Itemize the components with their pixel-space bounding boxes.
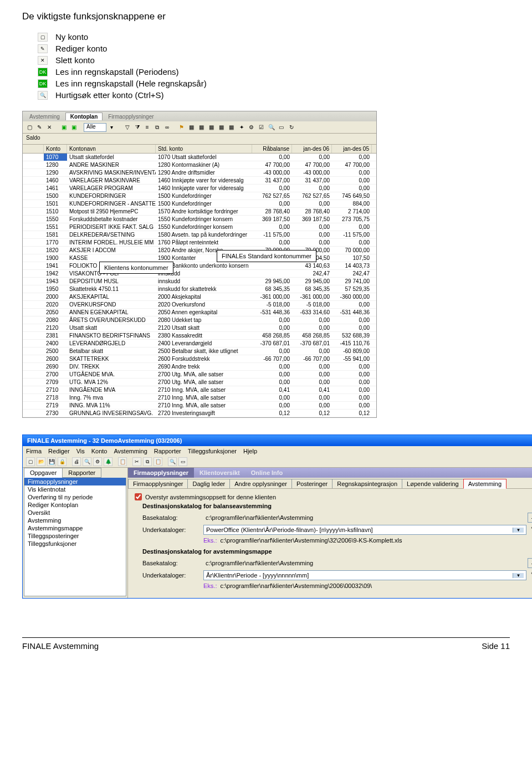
tb-col4-icon[interactable]: ▦ [217, 123, 226, 132]
col-check[interactable] [23, 145, 44, 153]
table-row[interactable]: 1290AVSKRIVING MASKINER/INVENTAR1290 And… [23, 169, 376, 177]
tab-avstemming[interactable]: Avstemming [25, 113, 64, 120]
subtab-validering[interactable]: Løpende validering [402, 479, 464, 488]
table-row[interactable]: 2400LEVERANDØRGJELD2400 Leverandørgjeld-… [23, 340, 376, 347]
side-item-avstemming[interactable]: Avstemming [24, 517, 126, 524]
table-row[interactable]: 1461VARELAGER PROGRAM1460 Innkjøpte vare… [23, 185, 376, 192]
tb-window-icon[interactable]: ▭ [277, 123, 286, 132]
table-row[interactable]: 1941FOLIOKTO SPAREBANK 1/ADCOM1565 Bankk… [23, 262, 376, 270]
tb-copy-icon[interactable]: ⧉ [143, 457, 152, 466]
col-jan05[interactable]: jan-des 05 [332, 145, 372, 153]
tb-link-icon[interactable]: ∞ [163, 123, 172, 132]
subtab-firma[interactable]: Firmaopplysninger [128, 479, 188, 488]
table-row[interactable]: 1500KUNDEFORDRINGER1500 Kundefordringer7… [23, 192, 376, 200]
table-row[interactable]: 2730GRUNNLAG INVESERINGSAVG.2720 Investe… [23, 410, 376, 417]
table-row[interactable]: 2000AKSJEKAPITAL2000 Aksjekapital-361 00… [23, 293, 376, 301]
side-item-overforing[interactable]: Overføring til ny periode [24, 493, 126, 501]
edit-icon[interactable]: ✎ [528, 525, 532, 535]
tb-flag-icon[interactable]: ⚑ [177, 123, 186, 132]
browse-button[interactable]: ... [528, 513, 532, 523]
menu-konto[interactable]: Konto [91, 448, 108, 454]
overstyr-checkbox[interactable] [135, 493, 142, 500]
subtab-posteringer[interactable]: Posteringer [291, 479, 332, 488]
tab-firmaopplysninger[interactable]: Firmaopplysninger [104, 113, 158, 120]
col-jan06[interactable]: jan-des 06 [292, 145, 332, 153]
side-item-rediger-kontoplan[interactable]: Rediger Kontoplan [24, 501, 126, 509]
table-row[interactable]: 1950Skattetrekk 4750.11innskudd for skat… [23, 285, 376, 293]
table-row[interactable]: 1501KUNDEFORDRINGER - ANSATTE1500 Kundef… [23, 200, 376, 208]
tb-refresh-icon[interactable]: ↻ [287, 123, 296, 132]
side-tab-rapporter[interactable]: Rapporter [62, 468, 101, 478]
filter-select[interactable]: Alle [84, 123, 106, 132]
browse-button[interactable]: ... [528, 558, 532, 568]
menu-vis[interactable]: Vis [76, 448, 85, 454]
subtab-avstemming[interactable]: Avstemming [463, 479, 507, 489]
menu-avstemming[interactable]: Avstemming [114, 448, 147, 454]
tb-save-icon[interactable]: 💾 [47, 457, 56, 466]
table-row[interactable]: 2080ÅRETS OVER/UNDERSKUDD2080 Udekket ta… [23, 316, 376, 324]
table-row[interactable]: 1510Motpost til 2950 HjemmePC1570 Andre … [23, 208, 376, 216]
table-row[interactable]: 2600SKATTETREKK2600 Forskuddstrekk-66 70… [23, 355, 376, 363]
subtab-regnskap[interactable]: Regnskapsintegrasjon [332, 479, 402, 488]
tb-col2-icon[interactable]: ▦ [197, 123, 206, 132]
menu-rapporter[interactable]: Rapporter [154, 448, 181, 454]
table-row[interactable]: 2120Utsatt skatt2120 Utsatt skatt0,000,0… [23, 324, 376, 332]
menu-hjelp[interactable]: Hjelp [243, 448, 257, 454]
table-row[interactable]: 1280ANDRE MASKINER1280 Kontormaskiner (A… [23, 161, 376, 169]
table-row[interactable]: 1943DEPOSITUM HUSLinnskudd29 945,0029 94… [23, 278, 376, 285]
tb-edit-icon[interactable]: ✎ [35, 123, 44, 132]
tb-copy-icon[interactable]: ⧉ [153, 123, 162, 132]
table-row[interactable]: 1900KASSE1900 Kontanter404,50107,50 [23, 254, 376, 262]
tb-find-icon[interactable]: 🔍 [267, 123, 276, 132]
table-row[interactable]: 1070Utsatt skattefordel1070 Utsatt skatt… [23, 154, 376, 161]
tb-new-icon[interactable]: ▢ [26, 457, 35, 466]
chevron-down-icon[interactable]: ▼ [513, 573, 524, 578]
side-item-klientnotat[interactable]: Vis klientnotat [24, 485, 126, 493]
side-item-firmaopplysninger[interactable]: Firmaopplysninger [24, 478, 126, 485]
col-rabalanse[interactable]: Råbalanse [252, 145, 292, 153]
tb-tree-icon[interactable]: 🌲 [104, 457, 112, 466]
underkat1-select[interactable]: PowerOffice (Klientnr\År\Periode-filnavn… [203, 525, 526, 535]
tb-open-icon[interactable]: 📂 [37, 457, 45, 466]
tb-col3-icon[interactable]: ▦ [207, 123, 216, 132]
tb-preview-icon[interactable]: 🔍 [83, 457, 91, 466]
chevron-down-icon[interactable]: ▾ [108, 123, 116, 132]
tb-dk12-icon[interactable]: ▣ [69, 123, 78, 132]
tb-paste-icon[interactable]: 📋 [154, 457, 162, 466]
edit-icon[interactable]: ✎ [528, 570, 532, 580]
table-row[interactable]: 2381FINANSKTO BEDRIFTSFINANS2380 Kassakr… [23, 332, 376, 340]
subtab-andre[interactable]: Andre opplysninger [229, 479, 292, 488]
side-tab-oppgaver[interactable]: Oppgaver [24, 468, 63, 478]
tb-print-icon[interactable]: 🖨 [72, 457, 81, 466]
menu-rediger[interactable]: Rediger [48, 448, 70, 454]
table-row[interactable]: 2709UTG. MVA 12%2700 Utg. MVA, alle sats… [23, 379, 376, 386]
table-row[interactable]: 2020OVERKURSFOND2020 Overkursfond-5 018,… [23, 301, 376, 309]
side-item-oversikt[interactable]: Oversikt [24, 509, 126, 517]
col-konto[interactable]: Konto [44, 145, 67, 153]
side-item-mappe[interactable]: Avstemmingsmappe [24, 524, 126, 532]
tb-lock-icon[interactable]: 🔒 [58, 457, 66, 466]
subtab-daglig[interactable]: Daglig leder [187, 479, 230, 488]
table-row[interactable]: 1820AKSJER I ADCOM1820 Andre aksjer, Nor… [23, 247, 376, 254]
tb-check-icon[interactable]: ☑ [257, 123, 266, 132]
table-row[interactable]: 2500Betalbar skatt2500 Betalbar skatt, i… [23, 347, 376, 355]
tb-setup-icon[interactable]: ⚙ [93, 457, 102, 466]
table-row[interactable]: 2050ANNEN EGENKAPITAL2050 Annen egenkapi… [23, 309, 376, 316]
underkat2-select[interactable]: År\Klientnr\Periode - [yyyy\nnnnn\mm] ▼ [203, 570, 526, 580]
tb-gear-icon[interactable]: ⚙ [247, 123, 256, 132]
table-row[interactable]: 2719INNG. MVA 11%2710 Inng. MVA, alle sa… [23, 402, 376, 410]
tb-dk-icon[interactable]: ▣ [59, 123, 68, 132]
tb-new-icon[interactable]: ▢ [25, 123, 34, 132]
table-row[interactable]: 1581DELKREDERAVSETNING1580 Avsetn. tap p… [23, 231, 376, 239]
ctab-klient[interactable]: Klientoversikt [194, 468, 245, 478]
ctab-firma[interactable]: Firmaopplysninger [128, 468, 194, 478]
menu-tillegg[interactable]: Tilleggsfunksjoner [188, 448, 237, 454]
tb-delete-icon[interactable]: ✕ [45, 123, 54, 132]
tb-wand-icon[interactable]: ✦ [237, 123, 246, 132]
table-row[interactable]: 2718Inng. 7% mva2710 Inng. MVA, alle sat… [23, 394, 376, 402]
tb-filter-icon[interactable]: ⧩ [133, 123, 142, 132]
table-row[interactable]: 1551PERIODISERT IKKE FAKT. SALG1550 Kund… [23, 223, 376, 231]
table-row[interactable]: 1770INTERIM FORDEL. HUSLEIE MM1760 Påløp… [23, 239, 376, 247]
tb-col1-icon[interactable]: ▦ [187, 123, 196, 132]
tb-funnel-icon[interactable]: ▽ [123, 123, 132, 132]
